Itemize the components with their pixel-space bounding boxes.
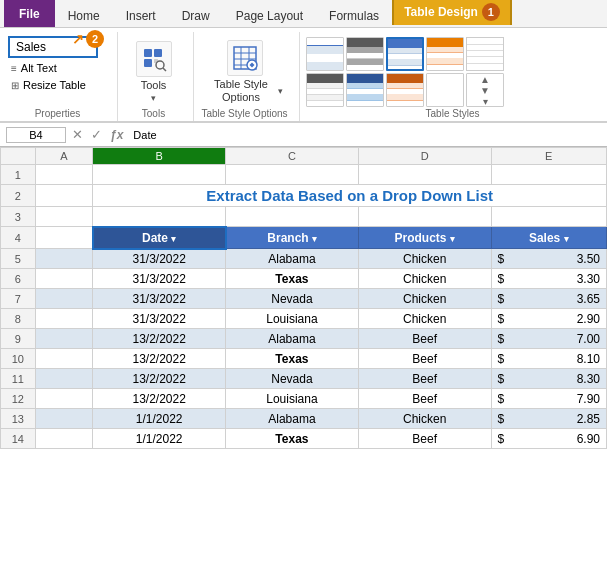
cell[interactable] <box>35 289 93 309</box>
table-style-swatch-8[interactable] <box>386 73 424 107</box>
table-style-swatch-9[interactable] <box>426 73 464 107</box>
cell[interactable] <box>226 165 359 185</box>
table-style-swatch-3[interactable] <box>386 37 424 71</box>
tab-insert[interactable]: Insert <box>113 4 169 27</box>
tab-table-design[interactable]: Table Design 1 <box>392 0 512 25</box>
cell-date[interactable]: 31/3/2022 <box>93 269 226 289</box>
cell-date[interactable]: 13/2/2022 <box>93 329 226 349</box>
cell-branch[interactable]: Louisiana <box>226 309 359 329</box>
cell[interactable] <box>35 309 93 329</box>
cell-product[interactable]: Chicken <box>358 409 491 429</box>
cell-sales[interactable]: $7.00 <box>491 329 606 349</box>
row-header: 7 <box>1 289 36 309</box>
cell[interactable] <box>35 165 93 185</box>
cell-sales[interactable]: $6.90 <box>491 429 606 449</box>
cell[interactable] <box>491 207 606 227</box>
cell-sales[interactable]: $3.50 <box>491 249 606 269</box>
cell-sales[interactable]: $8.30 <box>491 369 606 389</box>
cell-product[interactable]: Beef <box>358 369 491 389</box>
resize-table-button[interactable]: ⊞ Resize Table <box>8 78 98 92</box>
cell-branch[interactable]: Nevada <box>226 369 359 389</box>
cell[interactable] <box>35 207 93 227</box>
table-name-input[interactable]: Sales ↗ 2 <box>8 36 98 58</box>
table-header-products[interactable]: Products ▾ <box>358 227 491 249</box>
cell-date[interactable]: 13/2/2022 <box>93 369 226 389</box>
table-style-swatch-2[interactable] <box>346 37 384 71</box>
formula-function-icon[interactable]: ƒx <box>108 128 125 142</box>
cell-reference-box[interactable]: B4 <box>6 127 66 143</box>
cell[interactable] <box>35 185 93 207</box>
cell-date[interactable]: 13/2/2022 <box>93 349 226 369</box>
col-header-b[interactable]: B <box>93 148 226 165</box>
table-header-date[interactable]: Date ▾ <box>93 227 226 249</box>
cell-sales[interactable]: $2.85 <box>491 409 606 429</box>
cell-product[interactable]: Beef <box>358 329 491 349</box>
cell-date[interactable]: 13/2/2022 <box>93 389 226 409</box>
cell-branch[interactable]: Louisiana <box>226 389 359 409</box>
cell-product[interactable]: Beef <box>358 389 491 409</box>
cell-sales[interactable]: $3.65 <box>491 289 606 309</box>
cell-branch[interactable]: Texas <box>226 269 359 289</box>
cell-date[interactable]: 1/1/2022 <box>93 409 226 429</box>
cell-date[interactable]: 31/3/2022 <box>93 249 226 269</box>
tab-formulas[interactable]: Formulas <box>316 4 392 27</box>
cell[interactable] <box>35 349 93 369</box>
tools-button[interactable]: Tools ▾ <box>128 37 180 107</box>
cell-product[interactable]: Beef <box>358 429 491 449</box>
tab-page-layout[interactable]: Page Layout <box>223 4 316 27</box>
col-header-a[interactable]: A <box>35 148 93 165</box>
cell-date[interactable]: 31/3/2022 <box>93 289 226 309</box>
cell-sales[interactable]: $3.30 <box>491 269 606 289</box>
cell-sales[interactable]: $8.10 <box>491 349 606 369</box>
cell-date[interactable]: 31/3/2022 <box>93 309 226 329</box>
cell-product[interactable]: Chicken <box>358 269 491 289</box>
cell-date[interactable]: 1/1/2022 <box>93 429 226 449</box>
cell[interactable] <box>358 207 491 227</box>
cell[interactable] <box>35 269 93 289</box>
table-style-swatch-4[interactable] <box>426 37 464 71</box>
cell-product[interactable]: Beef <box>358 349 491 369</box>
cell[interactable] <box>226 207 359 227</box>
cell[interactable] <box>93 207 226 227</box>
cell-branch[interactable]: Alabama <box>226 249 359 269</box>
col-header-d[interactable]: D <box>358 148 491 165</box>
cell-branch[interactable]: Alabama <box>226 329 359 349</box>
cell-branch[interactable]: Texas <box>226 429 359 449</box>
cell[interactable] <box>35 409 93 429</box>
cell-sales[interactable]: $7.90 <box>491 389 606 409</box>
cell-branch[interactable]: Nevada <box>226 289 359 309</box>
tab-home[interactable]: Home <box>55 4 113 27</box>
table-style-swatch-1[interactable] <box>306 37 344 71</box>
cell[interactable] <box>35 227 93 249</box>
col-header-c[interactable]: C <box>226 148 359 165</box>
formula-confirm-icon[interactable]: ✓ <box>89 127 104 142</box>
cell[interactable] <box>35 369 93 389</box>
table-header-branch[interactable]: Branch ▾ <box>226 227 359 249</box>
table-style-swatch-7[interactable] <box>346 73 384 107</box>
col-header-e[interactable]: E <box>491 148 606 165</box>
tab-draw[interactable]: Draw <box>169 4 223 27</box>
cell-sales[interactable]: $2.90 <box>491 309 606 329</box>
cell-branch[interactable]: Texas <box>226 349 359 369</box>
formula-cancel-icon[interactable]: ✕ <box>70 127 85 142</box>
cell[interactable] <box>93 165 226 185</box>
cell-branch[interactable]: Alabama <box>226 409 359 429</box>
alt-text-button[interactable]: ≡ Alt Text <box>8 61 98 75</box>
cell[interactable] <box>35 249 93 269</box>
cell[interactable] <box>491 165 606 185</box>
table-style-swatch-5[interactable] <box>466 37 504 71</box>
table-style-options-button[interactable]: Table Style Options ▾ <box>200 36 289 108</box>
cell-product[interactable]: Chicken <box>358 309 491 329</box>
cell[interactable] <box>35 389 93 409</box>
cell-product[interactable]: Chicken <box>358 249 491 269</box>
tab-file[interactable]: File <box>4 0 55 27</box>
ribbon-style-options-group: Table Style Options ▾ Table Style Option… <box>200 32 300 121</box>
cell-product[interactable]: Chicken <box>358 289 491 309</box>
table-styles-scroll[interactable]: ▲ ▼ ▾ <box>466 73 504 107</box>
table-header-sales[interactable]: Sales ▾ <box>491 227 606 249</box>
table-style-swatch-6[interactable] <box>306 73 344 107</box>
cell[interactable] <box>358 165 491 185</box>
cell[interactable] <box>35 429 93 449</box>
cell[interactable] <box>35 329 93 349</box>
row-header: 1 <box>1 165 36 185</box>
